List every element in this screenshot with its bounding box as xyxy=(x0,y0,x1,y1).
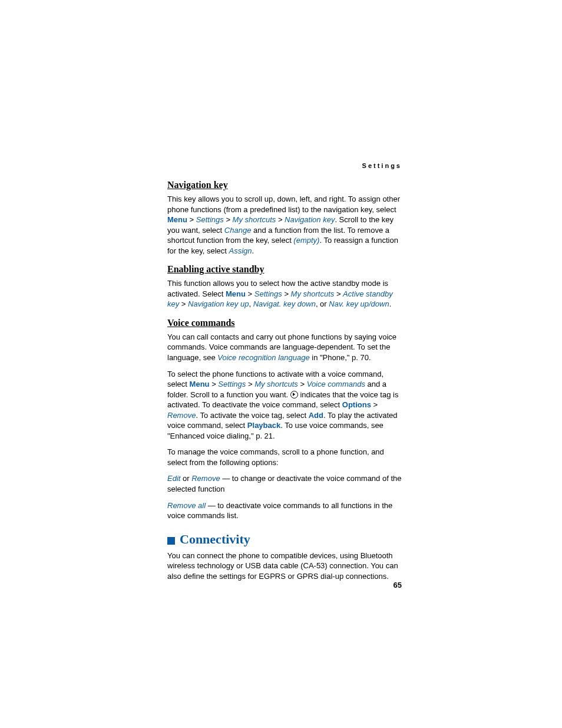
menu-item-assign: Assign xyxy=(229,246,252,255)
menu-item-navigation-key-up: Navigation key up xyxy=(188,299,249,308)
menu-playback: Playback xyxy=(247,421,280,430)
menu-item-settings: Settings xyxy=(218,380,246,388)
paragraph-voice-3: To manage the voice commands, scroll to … xyxy=(167,447,402,467)
paragraph-voice-1: You can call contacts and carry out phon… xyxy=(167,332,402,363)
menu-item-my-shortcuts: My shortcuts xyxy=(233,215,276,224)
menu-item-settings: Settings xyxy=(254,289,282,298)
paragraph-voice-2: To select the phone functions to activat… xyxy=(167,369,402,442)
menu-link: Menu xyxy=(190,380,210,388)
paragraph-navigation-key: This key allows you to scroll up, down, … xyxy=(167,194,402,256)
paragraph-enabling-active-standby: This function allows you to select how t… xyxy=(167,278,402,309)
paragraph-voice-remove-all: Remove all — to deactivate voice command… xyxy=(167,500,402,521)
paragraph-voice-edit-remove: Edit or Remove — to change or deactivate… xyxy=(167,473,402,494)
paragraph-connectivity: You can connect the phone to compatible … xyxy=(167,551,402,582)
menu-item-my-shortcuts: My shortcuts xyxy=(291,289,335,298)
menu-item-remove: Remove xyxy=(191,474,220,483)
menu-item-my-shortcuts: My shortcuts xyxy=(254,380,298,388)
menu-item-nav-key-up-down: Nav. key up/down xyxy=(329,299,389,308)
menu-link: Menu xyxy=(226,289,246,298)
menu-options: Options xyxy=(342,400,371,409)
square-bullet-icon xyxy=(167,537,175,545)
page-body: Settings Navigation key This key allows … xyxy=(167,162,402,587)
menu-item-navigat-key-down: Navigat. key down xyxy=(253,299,316,308)
menu-item-navigation-key: Navigation key xyxy=(285,215,335,224)
menu-link: Menu xyxy=(167,215,187,224)
menu-item-voice-commands: Voice commands xyxy=(307,380,365,388)
heading-enabling-active-standby: Enabling active standby xyxy=(167,264,402,275)
menu-item-settings: Settings xyxy=(196,215,224,224)
menu-item-remove: Remove xyxy=(167,411,196,420)
heading-navigation-key: Navigation key xyxy=(167,180,402,190)
menu-item-voice-recognition-language: Voice recognition language xyxy=(217,353,309,362)
content-area: Navigation key This key allows you to sc… xyxy=(167,180,402,581)
page-number: 65 xyxy=(394,581,402,589)
menu-item-empty: (empty) xyxy=(293,236,319,245)
menu-item-remove-all: Remove all xyxy=(167,501,206,510)
heading-voice-commands: Voice commands xyxy=(167,318,402,328)
heading-connectivity: Connectivity xyxy=(180,532,250,547)
menu-item-edit: Edit xyxy=(167,474,180,483)
voice-tag-icon xyxy=(290,391,298,398)
section-heading-connectivity: Connectivity xyxy=(167,532,402,547)
running-header: Settings xyxy=(362,162,402,169)
menu-add: Add xyxy=(309,411,323,420)
menu-item-change: Change xyxy=(224,226,252,235)
